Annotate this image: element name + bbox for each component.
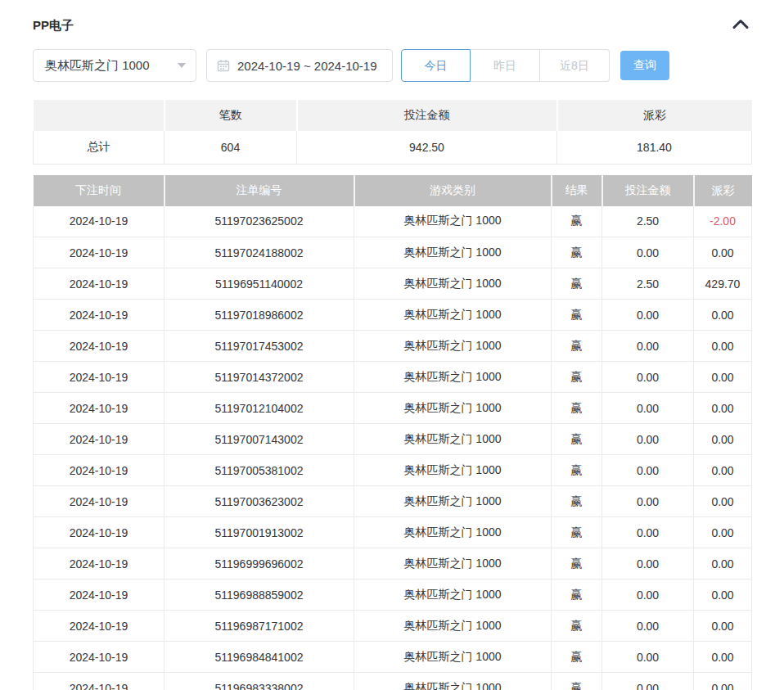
quick-date-button-近8日[interactable]: 近8日: [540, 49, 610, 82]
summary-col-header-0: [34, 100, 164, 131]
bet-time-cell: 2024-10-19: [34, 300, 164, 331]
game-select[interactable]: 奥林匹斯之门 1000: [33, 49, 196, 82]
bet-amount-cell: 0.00: [602, 362, 694, 393]
result-cell: 赢: [552, 580, 602, 611]
bet-amount-cell: 0.00: [602, 331, 694, 362]
query-button[interactable]: 查询: [620, 51, 669, 80]
order-id-cell: 51197018986002: [164, 300, 354, 331]
table-row: 2024-10-1951196951140002奥林匹斯之门 1000赢2.50…: [34, 268, 752, 300]
chevron-down-icon: [178, 63, 186, 68]
game-type-cell: 奥林匹斯之门 1000: [354, 362, 552, 393]
payout-cell: 0.00: [694, 517, 752, 548]
table-row: 2024-10-1951197024188002奥林匹斯之门 1000赢0.00…: [34, 237, 752, 268]
quick-date-button-group: 今日昨日近8日: [401, 49, 610, 82]
result-cell: 赢: [552, 517, 602, 548]
date-range-value: 2024-10-19 ~ 2024-10-19: [237, 59, 377, 73]
table-row: 2024-10-1951196984841002奥林匹斯之门 1000赢0.00…: [34, 642, 752, 673]
table-row: 2024-10-1951197023625002奥林匹斯之门 1000赢2.50…: [34, 206, 752, 237]
order-id-cell: 51197023625002: [164, 206, 354, 237]
payout-cell: 0.00: [694, 362, 752, 393]
game-select-value: 奥林匹斯之门 1000: [45, 58, 150, 74]
game-type-cell: 奥林匹斯之门 1000: [354, 611, 552, 642]
detail-header-row: 下注时间注单编号游戏类别结果投注金额派彩: [34, 175, 752, 206]
bet-time-cell: 2024-10-19: [34, 362, 164, 393]
result-cell: 赢: [552, 486, 602, 517]
bet-time-cell: 2024-10-19: [34, 580, 164, 611]
payout-cell: 0.00: [694, 300, 752, 331]
bet-time-cell: 2024-10-19: [34, 424, 164, 455]
bet-amount-cell: 2.50: [602, 206, 694, 237]
bet-amount-cell: 2.50: [602, 268, 694, 300]
quick-date-button-昨日[interactable]: 昨日: [471, 49, 540, 82]
order-id-cell: 51196987171002: [164, 611, 354, 642]
bet-amount-cell: 0.00: [602, 642, 694, 673]
bet-amount-cell: 0.00: [602, 611, 694, 642]
order-id-cell: 51196999696002: [164, 548, 354, 580]
bet-amount-cell: 0.00: [602, 548, 694, 580]
result-cell: 赢: [552, 611, 602, 642]
table-row: 2024-10-1951197001913002奥林匹斯之门 1000赢0.00…: [34, 517, 752, 548]
detail-col-header-5: 派彩: [694, 175, 752, 206]
bet-amount-cell: 0.00: [602, 237, 694, 268]
bet-time-cell: 2024-10-19: [34, 331, 164, 362]
bet-amount-cell: 0.00: [602, 580, 694, 611]
summary-col-header-1: 笔数: [164, 100, 297, 131]
table-row: 2024-10-1951197017453002奥林匹斯之门 1000赢0.00…: [34, 331, 752, 362]
summary-header-row: 笔数投注金额派彩: [34, 100, 752, 131]
table-row: 2024-10-1951197014372002奥林匹斯之门 1000赢0.00…: [34, 362, 752, 393]
payout-cell: 0.00: [694, 642, 752, 673]
table-row: 2024-10-1951197007143002奥林匹斯之门 1000赢0.00…: [34, 424, 752, 455]
summary-value-1: 604: [164, 131, 297, 164]
payout-cell: 0.00: [694, 331, 752, 362]
detail-col-header-3: 结果: [552, 175, 602, 206]
result-cell: 赢: [552, 393, 602, 424]
game-type-cell: 奥林匹斯之门 1000: [354, 455, 552, 486]
panel-header: PP电子: [33, 16, 751, 34]
bet-amount-cell: 0.00: [602, 486, 694, 517]
collapse-panel-button[interactable]: [730, 18, 751, 33]
calendar-icon: [217, 59, 230, 72]
table-row: 2024-10-1951197012104002奥林匹斯之门 1000赢0.00…: [34, 393, 752, 424]
bet-amount-cell: 0.00: [602, 673, 694, 690]
summary-value-2: 942.50: [297, 131, 557, 164]
result-cell: 赢: [552, 206, 602, 237]
bet-time-cell: 2024-10-19: [34, 268, 164, 300]
result-cell: 赢: [552, 455, 602, 486]
bet-time-cell: 2024-10-19: [34, 673, 164, 690]
result-cell: 赢: [552, 673, 602, 690]
date-range-input[interactable]: 2024-10-19 ~ 2024-10-19: [206, 49, 393, 82]
summary-col-header-2: 投注金额: [297, 100, 557, 131]
quick-date-button-今日[interactable]: 今日: [401, 49, 471, 82]
summary-row-label: 总计: [34, 131, 164, 164]
bet-amount-cell: 0.00: [602, 455, 694, 486]
bet-time-cell: 2024-10-19: [34, 237, 164, 268]
result-cell: 赢: [552, 642, 602, 673]
payout-cell: 0.00: [694, 455, 752, 486]
order-id-cell: 51197005381002: [164, 455, 354, 486]
order-id-cell: 51196988859002: [164, 580, 354, 611]
result-cell: 赢: [552, 362, 602, 393]
detail-table-body: 2024-10-1951197023625002奥林匹斯之门 1000赢2.50…: [34, 206, 752, 690]
game-type-cell: 奥林匹斯之门 1000: [354, 548, 552, 580]
bet-records-table: 下注时间注单编号游戏类别结果投注金额派彩 2024-10-19511970236…: [33, 175, 752, 690]
order-id-cell: 51197017453002: [164, 331, 354, 362]
payout-cell: -2.00: [694, 206, 752, 237]
bet-time-cell: 2024-10-19: [34, 611, 164, 642]
pp-games-panel: PP电子 奥林匹斯之门 1000: [0, 0, 784, 690]
payout-cell: 0.00: [694, 424, 752, 455]
order-id-cell: 51196984841002: [164, 642, 354, 673]
payout-cell: 0.00: [694, 673, 752, 690]
table-row: 2024-10-1951197018986002奥林匹斯之门 1000赢0.00…: [34, 300, 752, 331]
result-cell: 赢: [552, 300, 602, 331]
game-type-cell: 奥林匹斯之门 1000: [354, 580, 552, 611]
detail-col-header-0: 下注时间: [34, 175, 164, 206]
summary-total-row: 总计604942.50181.40: [34, 131, 752, 164]
result-cell: 赢: [552, 237, 602, 268]
bet-time-cell: 2024-10-19: [34, 206, 164, 237]
table-row: 2024-10-1951196988859002奥林匹斯之门 1000赢0.00…: [34, 580, 752, 611]
order-id-cell: 51197001913002: [164, 517, 354, 548]
table-row: 2024-10-1951197003623002奥林匹斯之门 1000赢0.00…: [34, 486, 752, 517]
game-type-cell: 奥林匹斯之门 1000: [354, 237, 552, 268]
payout-cell: 0.00: [694, 237, 752, 268]
bet-time-cell: 2024-10-19: [34, 517, 164, 548]
